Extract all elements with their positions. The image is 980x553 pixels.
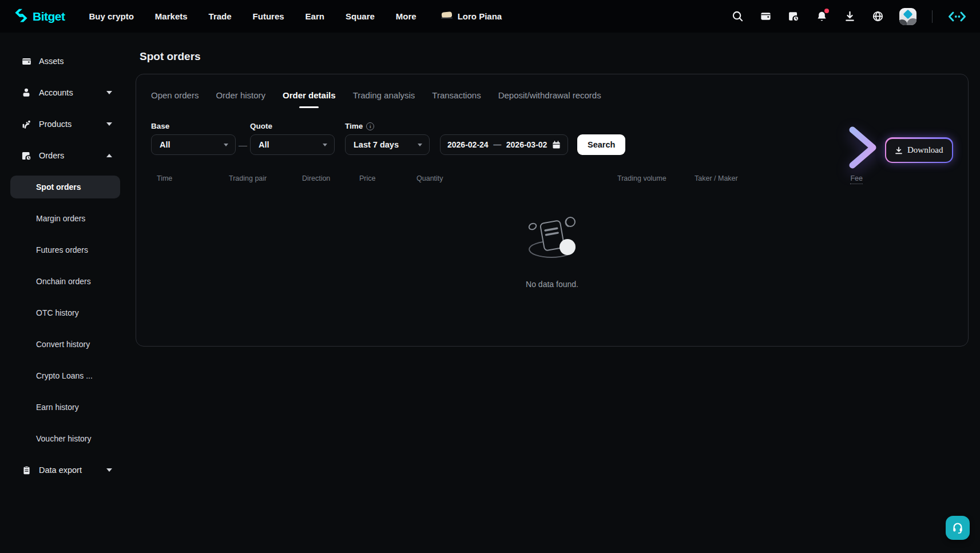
widget-toggle-icon[interactable] [948,10,966,23]
col-trading-pair: Trading pair [229,174,302,182]
sidebar-item-earn-history[interactable]: Earn history [10,396,120,419]
base-select[interactable]: All [151,134,236,155]
time-select-value: Last 7 days [354,140,418,149]
orders-panel: Open orders Order history Order details … [136,74,969,347]
top-navbar: Bitget Buy crypto Markets Trade Futures … [0,0,980,33]
filters-row: Base All — Quote All [151,122,953,155]
download-label: Download [907,145,943,155]
col-quantity: Quantity [416,174,617,182]
col-taker-maker: Taker / Maker [695,174,806,182]
nav-divider [932,10,933,23]
page-title: Spot orders [140,50,969,63]
notification-dot [824,9,829,13]
hat-icon [441,11,453,22]
download-button-highlight: Download [885,137,954,163]
sidebar-item-products[interactable]: Products [10,113,120,136]
empty-message: No data found. [526,280,578,289]
col-price: Price [359,174,416,182]
sidebar-item-orders[interactable]: Orders [10,144,120,167]
chevron-down-icon [323,144,327,146]
chevron-down-icon [418,144,422,146]
search-icon[interactable] [731,10,744,23]
nav-trade[interactable]: Trade [209,11,232,21]
chevron-down-icon [106,468,112,472]
col-direction: Direction [302,174,359,182]
chevron-down-icon [106,91,112,94]
base-filter-label: Base [151,122,236,130]
download-icon [895,146,903,154]
calendar-icon [552,141,561,149]
nav-right-icons [731,8,966,25]
sidebar-item-voucher-history[interactable]: Voucher history [10,427,120,450]
sidebar-item-futures-orders[interactable]: Futures orders [10,238,120,261]
tab-transactions[interactable]: Transactions [432,90,481,108]
sidebar-item-crypto-loans[interactable]: Crypto Loans ... [10,364,120,387]
sidebar-label: Orders [39,151,106,160]
chevron-down-icon [106,122,112,126]
base-select-value: All [160,140,224,149]
quote-filter-label: Quote [250,122,335,130]
tab-open-orders[interactable]: Open orders [151,90,199,108]
notifications-bell-icon[interactable] [815,10,828,23]
main-content: Spot orders Open orders Order history Or… [127,33,980,553]
sidebar-item-convert-history[interactable]: Convert history [10,333,120,356]
sidebar-item-spot-orders[interactable]: Spot orders [10,176,120,198]
time-select[interactable]: Last 7 days [345,134,430,155]
orders-record-icon [21,150,32,161]
sidebar-item-onchain-orders[interactable]: Onchain orders [10,270,120,293]
support-button[interactable] [946,516,970,540]
tab-order-history[interactable]: Order history [216,90,265,108]
language-globe-icon[interactable] [871,10,884,23]
col-trading-volume: Trading volume [617,174,695,182]
info-icon[interactable]: i [366,122,374,130]
wallet-icon[interactable] [759,10,772,23]
products-icon [21,118,32,130]
sidebar-label: Assets [39,57,112,66]
nav-markets[interactable]: Markets [155,11,188,21]
date-range-picker[interactable]: 2026-02-24 — 2026-03-02 [440,134,568,155]
col-time: Time [157,174,229,182]
search-button[interactable]: Search [577,134,625,155]
order-records-icon[interactable] [787,10,800,23]
main-nav: Buy crypto Markets Trade Futures Earn Sq… [89,11,416,21]
empty-state: No data found. [151,214,953,289]
col-fee: Fee [806,174,863,182]
headset-icon [951,522,964,534]
date-end: 2026-03-02 [506,140,547,149]
sidebar-label: Products [39,120,106,129]
nav-square[interactable]: Square [346,11,375,21]
tab-deposit-withdrawal-records[interactable]: Deposit/withdrawal records [498,90,601,108]
bitget-logo-icon [14,8,29,25]
base-quote-dash: — [239,140,247,155]
sidebar-item-assets[interactable]: Assets [10,50,120,73]
avatar-diamond-icon [903,9,913,19]
sidebar-item-otc-history[interactable]: OTC history [10,301,120,324]
download-button[interactable]: Download [886,139,952,162]
chevron-up-icon [106,154,112,157]
data-export-clipboard-icon [21,464,32,476]
date-start: 2026-02-24 [447,140,489,149]
tab-trading-analysis[interactable]: Trading analysis [353,90,415,108]
sidebar-item-data-export[interactable]: Data export [10,459,120,482]
nav-earn[interactable]: Earn [305,11,324,21]
order-tabs: Open orders Order history Order details … [151,90,953,108]
nav-futures[interactable]: Futures [253,11,284,21]
download-tray-icon[interactable] [843,10,856,23]
tab-order-details[interactable]: Order details [283,90,336,108]
sidebar: Assets Accounts Products [0,33,127,553]
sidebar-label: Data export [39,466,106,475]
table-header-row: Time Trading pair Direction Price Quanti… [151,174,953,182]
quote-select-value: All [259,140,323,149]
quote-select[interactable]: All [250,134,335,155]
nav-loro-piana[interactable]: Loro Piana [441,11,502,22]
chevron-down-icon [224,144,228,146]
user-avatar[interactable] [899,8,916,25]
bitget-logo[interactable]: Bitget [14,8,65,25]
nav-buy-crypto[interactable]: Buy crypto [89,11,134,21]
sidebar-item-margin-orders[interactable]: Margin orders [10,207,120,230]
nav-more[interactable]: More [396,11,416,21]
sidebar-item-accounts[interactable]: Accounts [10,81,120,104]
no-data-illustration [517,214,587,262]
accounts-person-icon [21,87,32,98]
sidebar-label: Accounts [39,88,106,97]
